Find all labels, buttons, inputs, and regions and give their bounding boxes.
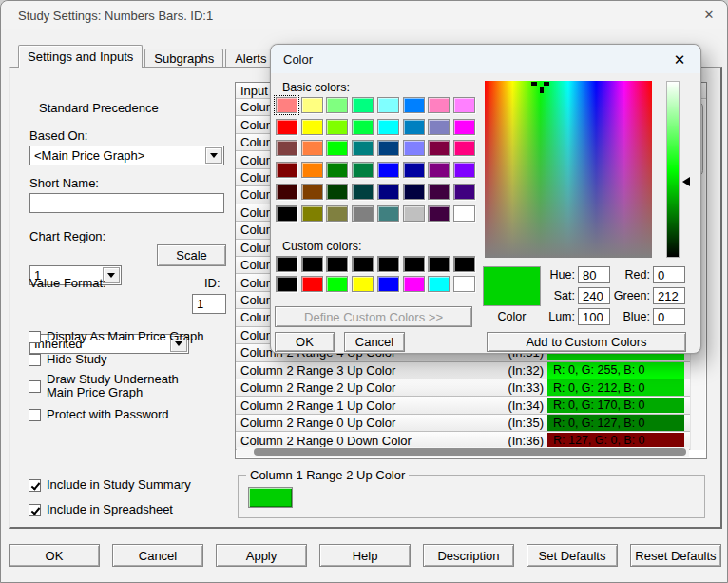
basic-color-swatch[interactable] xyxy=(377,97,399,113)
add-to-custom-colors-button[interactable]: Add to Custom Colors xyxy=(487,332,686,352)
lum-input[interactable]: 100 xyxy=(578,308,610,325)
tab-settings-and-inputs[interactable]: Settings and Inputs xyxy=(18,45,143,68)
basic-color-swatch[interactable] xyxy=(453,97,475,113)
sat-input[interactable]: 240 xyxy=(578,287,610,304)
custom-color-swatch[interactable] xyxy=(428,256,450,272)
basic-color-swatch[interactable] xyxy=(453,205,475,222)
basic-color-swatch[interactable] xyxy=(276,184,297,200)
basic-color-swatch[interactable] xyxy=(301,97,323,113)
basic-color-swatch[interactable] xyxy=(428,119,450,135)
basic-color-swatch[interactable] xyxy=(453,140,475,156)
color-dialog-close-icon[interactable]: ✕ xyxy=(670,50,689,69)
basic-color-swatch[interactable] xyxy=(403,119,425,135)
custom-color-swatch[interactable] xyxy=(301,276,323,292)
inputs-list-row[interactable]: Column 2 Range 0 Up Color (In:35)R: 0, G… xyxy=(236,415,690,432)
checkbox-row-include-in-spreadsheet[interactable]: Include in Spreadsheet xyxy=(29,503,173,516)
checkbox-row-hide-study[interactable]: Hide Study xyxy=(29,353,107,366)
scale-button[interactable]: Scale xyxy=(157,244,226,266)
basic-color-swatch[interactable] xyxy=(326,205,348,222)
custom-color-swatch[interactable] xyxy=(403,276,425,292)
basic-color-swatch[interactable] xyxy=(403,97,425,113)
basic-color-swatch[interactable] xyxy=(326,97,348,113)
horizontal-scrollbar[interactable] xyxy=(237,447,689,457)
basic-color-swatch[interactable] xyxy=(403,162,425,178)
custom-color-swatch[interactable] xyxy=(377,256,399,272)
basic-color-swatch[interactable] xyxy=(428,205,450,222)
color-cancel-button[interactable]: Cancel xyxy=(344,332,405,352)
luminance-slider-arrow-icon[interactable] xyxy=(682,177,690,186)
input-color-value-swatch[interactable]: R: 0, G: 255, B: 0 xyxy=(547,362,684,379)
custom-color-swatch[interactable] xyxy=(352,256,374,272)
ok-button[interactable]: OK xyxy=(9,544,100,567)
basic-color-swatch[interactable] xyxy=(326,140,348,156)
basic-color-swatch[interactable] xyxy=(352,119,374,135)
luminance-bar[interactable] xyxy=(666,81,680,258)
basic-color-swatch[interactable] xyxy=(276,119,297,135)
basic-color-swatch[interactable] xyxy=(377,184,399,200)
basic-color-swatch[interactable] xyxy=(403,184,425,200)
basic-color-swatch[interactable] xyxy=(301,162,323,178)
chevron-down-icon[interactable] xyxy=(205,147,222,164)
custom-color-swatch[interactable] xyxy=(326,256,348,272)
basic-color-swatch[interactable] xyxy=(276,97,297,113)
checkbox-unchecked-icon[interactable] xyxy=(29,354,41,366)
basic-color-swatch[interactable] xyxy=(403,140,425,156)
red-input[interactable]: 0 xyxy=(653,266,685,283)
green-input[interactable]: 212 xyxy=(653,287,685,304)
basic-color-swatch[interactable] xyxy=(352,184,374,200)
custom-color-swatch[interactable] xyxy=(301,256,323,272)
define-custom-colors-button[interactable]: Define Custom Colors >> xyxy=(275,306,472,327)
selected-input-color-swatch[interactable] xyxy=(248,487,293,508)
set-defaults-button[interactable]: Set Defaults xyxy=(527,544,618,567)
input-color-value-swatch[interactable]: R: 0, G: 212, B: 0 xyxy=(547,379,684,396)
basic-color-swatch[interactable] xyxy=(301,119,323,135)
window-close-icon[interactable]: ✕ xyxy=(700,7,718,24)
basic-color-swatch[interactable] xyxy=(301,140,323,156)
checkbox-row-display-as-main-price-graph[interactable]: Display As Main Price Graph xyxy=(29,330,203,343)
based-on-dropdown[interactable]: <Main Price Graph> xyxy=(29,146,224,165)
checkbox-checked-icon[interactable] xyxy=(29,479,41,492)
basic-color-swatch[interactable] xyxy=(326,119,348,135)
basic-color-swatch[interactable] xyxy=(428,140,450,156)
tab-alerts[interactable]: Alerts xyxy=(225,49,276,68)
custom-color-swatch[interactable] xyxy=(326,276,348,292)
custom-color-swatch[interactable] xyxy=(403,256,425,272)
basic-color-swatch[interactable] xyxy=(377,162,399,178)
basic-color-swatch[interactable] xyxy=(428,162,450,178)
basic-color-swatch[interactable] xyxy=(428,184,450,200)
checkbox-row-include-in-study-summary[interactable]: Include in Study Summary xyxy=(29,478,191,492)
basic-color-swatch[interactable] xyxy=(301,205,323,222)
tab-subgraphs[interactable]: Subgraphs xyxy=(144,49,223,68)
checkbox-row-draw-study-underneath-main-price-graph[interactable]: Draw Study Underneath Main Price Graph xyxy=(29,373,208,400)
input-color-value-swatch[interactable]: R: 0, G: 170, B: 0 xyxy=(547,398,684,414)
help-button[interactable]: Help xyxy=(319,544,411,567)
short-name-input[interactable] xyxy=(29,193,224,213)
basic-color-swatch[interactable] xyxy=(352,97,374,113)
basic-color-swatch[interactable] xyxy=(276,205,297,222)
custom-color-swatch[interactable] xyxy=(276,276,297,292)
color-ok-button[interactable]: OK xyxy=(275,332,335,352)
inputs-list-row[interactable]: Column 2 Range 2 Up Color (In:33)R: 0, G… xyxy=(236,379,690,397)
basic-color-swatch[interactable] xyxy=(276,140,297,156)
basic-color-swatch[interactable] xyxy=(352,205,374,222)
basic-color-swatch[interactable] xyxy=(453,184,475,200)
basic-color-swatch[interactable] xyxy=(377,205,399,222)
basic-color-swatch[interactable] xyxy=(352,140,374,156)
custom-color-swatch[interactable] xyxy=(352,276,374,292)
basic-color-swatch[interactable] xyxy=(453,119,475,135)
basic-color-swatch[interactable] xyxy=(352,162,374,178)
custom-color-swatch[interactable] xyxy=(276,256,297,272)
checkbox-unchecked-icon[interactable] xyxy=(29,380,41,393)
id-input[interactable]: 1 xyxy=(192,294,226,314)
custom-color-swatch[interactable] xyxy=(453,256,475,272)
apply-button[interactable]: Apply xyxy=(216,544,307,567)
cancel-button[interactable]: Cancel xyxy=(112,544,203,567)
basic-color-swatch[interactable] xyxy=(377,140,399,156)
basic-color-swatch[interactable] xyxy=(301,184,323,200)
reset-defaults-button[interactable]: Reset Defaults xyxy=(630,544,721,567)
checkbox-unchecked-icon[interactable] xyxy=(29,331,41,343)
custom-color-swatch[interactable] xyxy=(453,276,475,292)
checkbox-unchecked-icon[interactable] xyxy=(29,409,41,421)
custom-color-swatch[interactable] xyxy=(377,276,399,292)
basic-color-swatch[interactable] xyxy=(453,162,475,178)
